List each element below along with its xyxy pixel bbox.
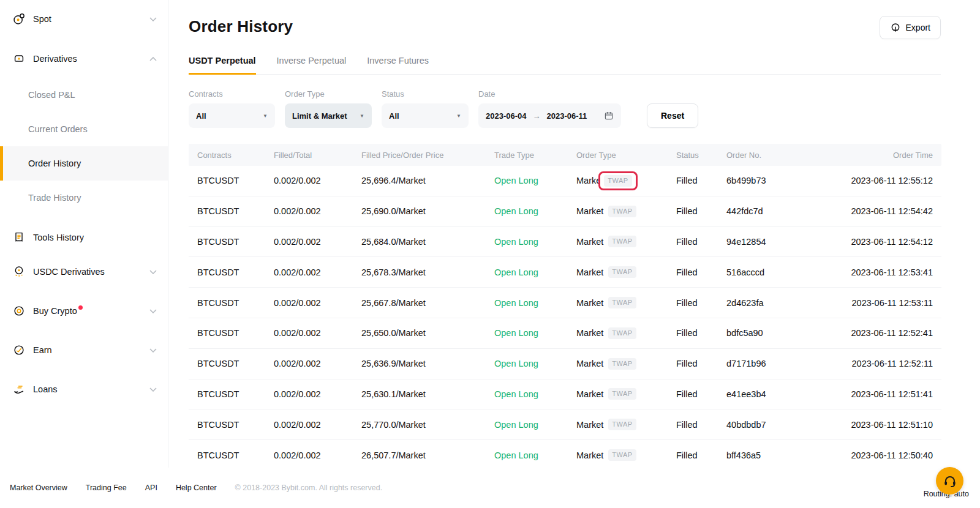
order-type-text: Market (576, 420, 603, 430)
col-order-type: Order Type (576, 151, 676, 160)
cell-trade-type: Open Long (494, 328, 576, 338)
cell-contracts: BTCUSDT (189, 176, 274, 185)
sidebar-subitem-label: Trade History (28, 193, 81, 203)
filter-bar: Contracts All ▼ Order Type Limit & Marke… (189, 89, 980, 128)
order-type-text: Market (576, 389, 603, 399)
cell-order-type: Market TWAP (576, 358, 676, 370)
order-type-text: Market (576, 359, 603, 368)
cell-order-no: 442fdc7d (726, 206, 818, 216)
cell-filled-total: 0.002/0.002 (274, 298, 361, 308)
cell-order-type: Market TWAP (576, 297, 676, 308)
footer-link-market-overview[interactable]: Market Overview (10, 484, 67, 492)
cell-filled-price: 25,667.8/Market (361, 298, 494, 308)
sidebar-item-label: Loans (33, 384, 58, 394)
cell-filled-total: 0.002/0.002 (274, 420, 361, 430)
sidebar-item-loans[interactable]: Loans (0, 375, 168, 403)
sidebar-subitem-label: Order History (28, 159, 81, 168)
sidebar-item-trade-history[interactable]: Trade History (0, 181, 168, 215)
table-row: BTCUSDT 0.002/0.002 25,696.4/Market Open… (189, 166, 941, 196)
cell-status: Filled (676, 237, 726, 247)
cell-order-no: 516acccd (726, 267, 818, 277)
date-from-value: 2023-06-04 (486, 111, 527, 121)
cell-contracts: BTCUSDT (189, 328, 274, 338)
page-title: Order History (189, 17, 980, 36)
main-content: Order History Export USDT Perpetual Inve… (169, 0, 980, 468)
export-button[interactable]: Export (880, 16, 941, 39)
cell-filled-total: 0.002/0.002 (274, 450, 361, 460)
cell-contracts: BTCUSDT (189, 450, 274, 460)
reset-button[interactable]: Reset (647, 103, 698, 128)
footer-link-api[interactable]: API (145, 484, 157, 492)
cell-order-no: 2d4623fa (726, 298, 818, 308)
contracts-select[interactable]: All ▼ (189, 103, 275, 128)
sidebar-item-spot[interactable]: Spot (0, 5, 168, 33)
footer-link-trading-fee[interactable]: Trading Fee (86, 484, 127, 492)
cell-status: Filled (676, 328, 726, 338)
filter-label: Date (478, 89, 621, 99)
date-range-picker[interactable]: 2023-06-04 → 2023-06-11 (478, 103, 621, 128)
order-type-text: Market (576, 206, 603, 216)
order-type-select[interactable]: Limit & Market ▼ (285, 103, 372, 128)
cell-filled-total: 0.002/0.002 (274, 389, 361, 399)
sidebar-item-tools-history[interactable]: Tools History (0, 223, 168, 252)
sidebar-item-closed-pnl[interactable]: Closed P&L (0, 78, 168, 112)
sidebar-subitem-label: Closed P&L (28, 90, 75, 100)
tab-inverse-futures[interactable]: Inverse Futures (367, 56, 429, 65)
sidebar-item-earn[interactable]: Earn (0, 336, 168, 364)
sidebar-item-current-orders[interactable]: Current Orders (0, 112, 168, 146)
sidebar-item-label: Buy Crypto (33, 306, 77, 316)
support-chat-button[interactable] (936, 467, 963, 495)
table-row: BTCUSDT 0.002/0.002 25,770.0/Market Open… (189, 409, 941, 440)
cell-order-time: 2023-06-11 12:50:40 (818, 450, 941, 460)
cell-filled-price: 25,770.0/Market (361, 420, 494, 430)
tab-inverse-perpetual[interactable]: Inverse Perpetual (277, 56, 347, 65)
cell-order-type: Market TWAP (576, 327, 676, 339)
sidebar-subitem-label: Current Orders (28, 124, 88, 134)
cell-order-time: 2023-06-11 12:54:12 (818, 237, 941, 247)
cell-order-type: Market TWAP (576, 236, 676, 247)
cell-order-type: Market TWAP (576, 419, 676, 430)
sidebar-item-buy-crypto[interactable]: Buy Crypto (0, 297, 168, 325)
table-row: BTCUSDT 0.002/0.002 25,650.0/Market Open… (189, 318, 941, 349)
caret-down-icon: ▼ (355, 113, 364, 119)
date-to-value: 2023-06-11 (547, 111, 587, 121)
cell-status: Filled (676, 359, 726, 368)
cell-contracts: BTCUSDT (189, 206, 274, 216)
twap-badge: TWAP (604, 175, 631, 187)
cell-order-time: 2023-06-11 12:53:41 (818, 267, 941, 277)
cell-trade-type: Open Long (494, 206, 576, 216)
filter-date: Date 2023-06-04 → 2023-06-11 (478, 89, 621, 128)
cell-trade-type: Open Long (494, 267, 576, 277)
filter-status: Status All ▼ (382, 89, 469, 128)
cell-filled-price: 25,690.0/Market (361, 206, 494, 216)
tab-bar: USDT Perpetual Inverse Perpetual Inverse… (189, 56, 941, 75)
col-status: Status (676, 151, 726, 160)
footer-link-help-center[interactable]: Help Center (176, 484, 217, 492)
twap-annotation-box: TWAP (598, 171, 637, 190)
tab-usdt-perpetual[interactable]: USDT Perpetual (189, 56, 256, 65)
order-type-text: Market (576, 328, 603, 338)
cell-filled-price: 25,650.0/Market (361, 328, 494, 338)
sidebar-item-order-history[interactable]: Order History (0, 146, 168, 181)
filter-order-type: Order Type Limit & Market ▼ (285, 89, 372, 128)
notification-dot (78, 305, 83, 310)
chevron-down-icon (149, 348, 157, 353)
usdc-derivatives-icon (12, 265, 26, 278)
order-type-text: Market (576, 237, 603, 247)
cell-trade-type: Open Long (494, 450, 576, 460)
cell-filled-price: 25,678.3/Market (361, 267, 494, 277)
sidebar-item-derivatives[interactable]: Derivatives (0, 45, 168, 73)
cell-contracts: BTCUSDT (189, 359, 274, 368)
chevron-down-icon (149, 387, 157, 392)
cell-contracts: BTCUSDT (189, 237, 274, 247)
status-select[interactable]: All ▼ (382, 103, 469, 128)
cell-order-no: d7171b96 (726, 359, 818, 368)
sidebar-item-usdc-derivatives[interactable]: USDC Derivatives (0, 258, 168, 286)
cell-status: Filled (676, 420, 726, 430)
twap-badge: TWAP (608, 358, 636, 370)
order-type-select-value: Limit & Market (292, 111, 347, 121)
cell-status: Filled (676, 389, 726, 399)
tools-history-icon (12, 231, 26, 244)
cell-order-time: 2023-06-11 12:52:11 (818, 359, 941, 368)
table-body: BTCUSDT 0.002/0.002 25,696.4/Market Open… (189, 166, 941, 471)
